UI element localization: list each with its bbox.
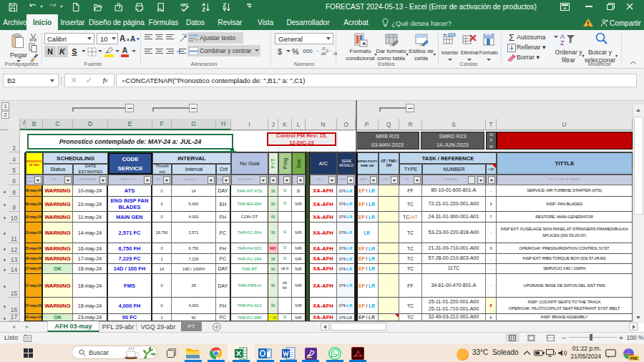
- svg-text:Z: Z: [560, 39, 565, 47]
- svg-text:ABC: ABC: [180, 3, 189, 7]
